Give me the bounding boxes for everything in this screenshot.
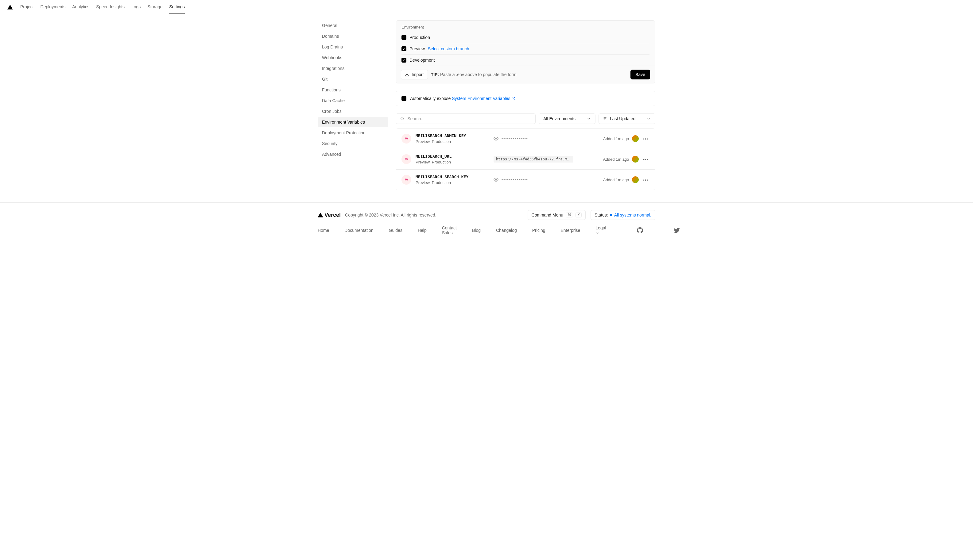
search-icon xyxy=(400,117,404,121)
env-var-environments: Preview, Production xyxy=(416,180,489,185)
env-name-label: Development xyxy=(410,58,435,63)
environment-card-footer: Import TIP: Paste a .env above to popula… xyxy=(396,66,655,83)
checkbox-development[interactable]: ✓ xyxy=(401,58,406,63)
added-time: Added 1m ago xyxy=(603,137,629,141)
search-input[interactable] xyxy=(407,116,531,121)
env-var-row: ///MEILISEARCH_URLPreview, Productionhtt… xyxy=(396,149,655,170)
select-custom-branch-link[interactable]: Select custom branch xyxy=(428,46,469,51)
sidebar-item-webhooks[interactable]: Webhooks xyxy=(318,52,388,63)
sidebar-item-deployment-protection[interactable]: Deployment Protection xyxy=(318,128,388,138)
command-menu-button[interactable]: Command Menu ⌘ K xyxy=(528,210,586,220)
env-check-row-production: ✓Production xyxy=(401,32,649,43)
tip-text: TIP: Paste a .env above to populate the … xyxy=(431,72,517,77)
system-env-vars-link[interactable]: System Environment Variables xyxy=(452,96,515,101)
external-link-icon xyxy=(512,97,515,101)
environment-filter-dropdown[interactable]: All Environments xyxy=(539,113,595,124)
sidebar-item-environment-variables[interactable]: Environment Variables xyxy=(318,117,388,127)
topnav-logs[interactable]: Logs xyxy=(131,1,140,13)
sidebar-item-advanced[interactable]: Advanced xyxy=(318,149,388,160)
integration-icon: /// xyxy=(401,134,411,143)
footer-link-blog[interactable]: Blog xyxy=(472,228,481,233)
kbd-cmd: ⌘ xyxy=(566,213,573,217)
environment-card: Environment ✓Production✓PreviewSelect cu… xyxy=(396,20,655,83)
footer-link-enterprise[interactable]: Enterprise xyxy=(561,228,580,233)
topnav-project[interactable]: Project xyxy=(20,1,34,13)
topnav-settings[interactable]: Settings xyxy=(169,1,185,13)
sidebar-item-security[interactable]: Security xyxy=(318,138,388,149)
sidebar-item-integrations[interactable]: Integrations xyxy=(318,63,388,73)
copyright-text: Copyright © 2023 Vercel Inc. All rights … xyxy=(345,213,436,217)
expose-system-vars-card: ✓ Automatically expose System Environmen… xyxy=(396,91,655,106)
status-label: Status: xyxy=(595,213,608,217)
eye-icon[interactable] xyxy=(493,177,498,182)
kbd-k: K xyxy=(575,213,582,217)
footer-link-contact-sales[interactable]: Contact Sales xyxy=(442,225,457,235)
twitter-icon[interactable] xyxy=(674,227,680,233)
command-menu-label: Command Menu xyxy=(532,213,563,217)
top-nav: ProjectDeploymentsAnalyticsSpeed Insight… xyxy=(0,0,973,14)
env-var-environments: Preview, Production xyxy=(416,160,489,164)
sidebar-item-functions[interactable]: Functions xyxy=(318,85,388,95)
more-menu-button[interactable]: ••• xyxy=(642,178,649,182)
chevron-down-icon xyxy=(595,231,599,235)
chevron-down-icon xyxy=(587,117,591,121)
checkbox-production[interactable]: ✓ xyxy=(401,35,406,40)
status-pill[interactable]: Status: All systems normal. xyxy=(590,210,655,220)
expose-checkbox[interactable]: ✓ xyxy=(401,96,406,101)
env-var-value: https://ms-4f4d36fb41b8-72.fra.meilise… xyxy=(493,156,573,163)
sidebar-item-git[interactable]: Git xyxy=(318,74,388,84)
import-button-label: Import xyxy=(411,72,424,77)
footer-link-changelog[interactable]: Changelog xyxy=(496,228,517,233)
secret-value: •••••••••••••• xyxy=(502,178,528,182)
avatar xyxy=(632,135,639,142)
env-var-environments: Preview, Production xyxy=(416,139,489,144)
env-var-name: MEILISEARCH_ADMIN_KEY xyxy=(416,133,489,138)
sort-dropdown[interactable]: Last Updated xyxy=(599,113,655,124)
sort-icon xyxy=(603,117,607,121)
more-menu-button[interactable]: ••• xyxy=(642,137,649,141)
settings-sidebar: GeneralDomainsLog DrainsWebhooksIntegrat… xyxy=(318,20,388,190)
more-menu-button[interactable]: ••• xyxy=(642,157,649,162)
sidebar-item-domains[interactable]: Domains xyxy=(318,31,388,42)
sidebar-item-data-cache[interactable]: Data Cache xyxy=(318,95,388,106)
env-name-label: Production xyxy=(410,35,430,40)
brand-name: Vercel xyxy=(324,212,341,218)
import-button[interactable]: Import xyxy=(401,70,428,80)
topnav-deployments[interactable]: Deployments xyxy=(40,1,66,13)
footer-link-pricing[interactable]: Pricing xyxy=(532,228,545,233)
expose-label: Automatically expose System Environment … xyxy=(410,96,515,101)
footer-link-legal[interactable]: Legal xyxy=(595,225,606,235)
topnav-storage[interactable]: Storage xyxy=(147,1,162,13)
environment-section-label: Environment xyxy=(401,25,649,30)
page-footer: Vercel Copyright © 2023 Vercel Inc. All … xyxy=(0,202,973,245)
content: Environment ✓Production✓PreviewSelect cu… xyxy=(396,20,655,190)
eye-icon[interactable] xyxy=(493,136,498,141)
checkbox-preview[interactable]: ✓ xyxy=(401,46,406,51)
added-time: Added 1m ago xyxy=(603,178,629,182)
vercel-logo-icon xyxy=(318,213,323,217)
footer-link-documentation[interactable]: Documentation xyxy=(344,228,373,233)
added-time: Added 1m ago xyxy=(603,157,629,162)
search-box[interactable] xyxy=(396,113,536,124)
footer-link-home[interactable]: Home xyxy=(318,228,329,233)
sidebar-item-general[interactable]: General xyxy=(318,20,388,31)
env-var-name: MEILISEARCH_SEARCH_KEY xyxy=(416,175,489,179)
env-name-label: Preview xyxy=(410,46,425,51)
footer-link-guides[interactable]: Guides xyxy=(389,228,402,233)
env-var-row: ///MEILISEARCH_ADMIN_KEYPreview, Product… xyxy=(396,128,655,149)
status-link[interactable]: All systems normal. xyxy=(614,213,651,217)
github-icon[interactable] xyxy=(637,227,643,233)
topnav-analytics[interactable]: Analytics xyxy=(72,1,89,13)
sidebar-item-cron-jobs[interactable]: Cron Jobs xyxy=(318,106,388,117)
footer-link-help[interactable]: Help xyxy=(418,228,426,233)
env-var-row: ///MEILISEARCH_SEARCH_KEYPreview, Produc… xyxy=(396,170,655,190)
integration-icon: /// xyxy=(401,175,411,185)
sidebar-item-log-drains[interactable]: Log Drains xyxy=(318,42,388,52)
svg-point-2 xyxy=(401,117,404,120)
topnav-speed-insights[interactable]: Speed Insights xyxy=(96,1,125,13)
svg-line-3 xyxy=(403,120,404,120)
environment-filter-label: All Environments xyxy=(543,116,575,121)
sort-label: Last Updated xyxy=(610,116,635,121)
avatar xyxy=(632,156,639,163)
save-button[interactable]: Save xyxy=(630,70,650,80)
